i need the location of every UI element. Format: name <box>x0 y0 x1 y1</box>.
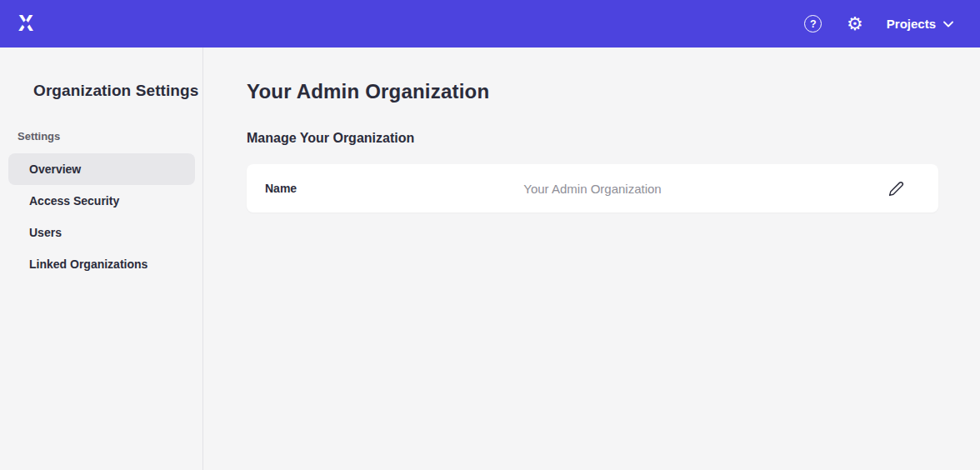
page-body: Organization Settings Settings Overview … <box>0 48 980 470</box>
help-button[interactable]: ? <box>803 14 823 34</box>
projects-menu[interactable]: Projects <box>887 17 953 31</box>
page-title: Your Admin Organization <box>247 80 938 103</box>
projects-menu-label: Projects <box>887 17 936 31</box>
chevron-down-icon <box>943 21 953 28</box>
settings-sidebar: Organization Settings Settings Overview … <box>0 48 203 470</box>
sidebar-item-users[interactable]: Users <box>8 217 195 248</box>
settings-button[interactable]: ⚙ <box>845 14 865 34</box>
sidebar-title: Organization Settings <box>0 82 202 100</box>
sidebar-section-label: Settings <box>0 130 202 142</box>
sidebar-item-overview[interactable]: Overview <box>8 153 195 185</box>
section-title: Manage Your Organization <box>247 131 938 146</box>
organization-name-value: Your Admin Organization <box>523 182 661 196</box>
organization-name-row: Name Your Admin Organization <box>247 164 938 212</box>
app-logo-icon[interactable]: X <box>15 12 36 35</box>
sidebar-item-access-security[interactable]: Access Security <box>8 185 195 217</box>
help-icon: ? <box>804 15 822 32</box>
topbar-actions: ? ⚙ Projects <box>803 14 965 34</box>
gear-icon: ⚙ <box>847 15 863 33</box>
main-content: Your Admin Organization Manage Your Orga… <box>203 48 980 470</box>
top-navigation-bar: X ? ⚙ Projects <box>0 0 980 48</box>
sidebar-nav: Overview Access Security Users Linked Or… <box>0 153 202 280</box>
sidebar-item-linked-organizations[interactable]: Linked Organizations <box>8 248 195 280</box>
pencil-icon <box>888 181 904 197</box>
name-field-label: Name <box>265 182 297 195</box>
edit-name-button[interactable] <box>887 179 905 198</box>
